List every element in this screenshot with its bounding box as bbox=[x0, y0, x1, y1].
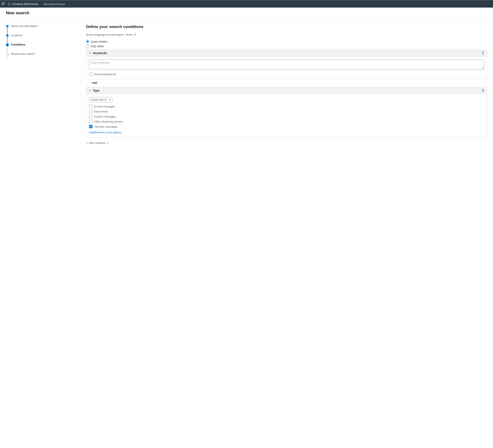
query-language-prefix: Query language-country/region: bbox=[86, 33, 124, 36]
org-brand[interactable]: Contoso Electronics bbox=[8, 2, 39, 6]
checkbox-icon bbox=[89, 125, 92, 128]
svg-point-2 bbox=[8, 4, 9, 5]
step-label: Locations bbox=[11, 34, 23, 37]
step-label: Review your search bbox=[11, 52, 35, 56]
main-content: Define your search conditions Query lang… bbox=[80, 19, 493, 448]
checkbox-icon bbox=[89, 110, 92, 113]
type-panel-title: Type bbox=[93, 89, 100, 92]
page-title-row: New search bbox=[0, 8, 493, 19]
plus-icon: + bbox=[86, 142, 88, 145]
wizard-sidebar: Name and description Locations Condition… bbox=[0, 19, 80, 448]
keywords-panel: Keywords Show keyword list bbox=[86, 49, 487, 79]
step-review[interactable]: Review your search bbox=[6, 52, 76, 62]
app-launcher-icon[interactable] bbox=[2, 2, 5, 6]
type-option-documents[interactable]: Documents bbox=[89, 110, 484, 113]
type-operator-value: Equals any of bbox=[91, 98, 106, 101]
checkbox-label: Show keyword list bbox=[94, 73, 116, 76]
radio-label: KQL editor bbox=[91, 45, 104, 48]
main-heading: Define your search conditions bbox=[86, 24, 487, 29]
step-label: Conditions bbox=[11, 43, 25, 46]
step-dot-icon bbox=[6, 53, 9, 56]
type-option-email[interactable]: E-mail messages bbox=[89, 105, 484, 108]
radio-icon bbox=[86, 45, 89, 48]
type-panel: Type Equals any of E-mail messages bbox=[86, 87, 487, 137]
product-name: Microsoft Purview bbox=[44, 2, 65, 6]
keywords-panel-header: Keywords bbox=[86, 50, 487, 57]
query-language-value: None bbox=[126, 33, 132, 36]
type-option-yammer[interactable]: Yammer messages bbox=[89, 125, 484, 128]
page-title: New search bbox=[6, 11, 487, 15]
add-remove-options-link[interactable]: Add/Remove more options bbox=[89, 131, 122, 134]
svg-point-3 bbox=[10, 4, 11, 5]
org-name: Contoso Electronics bbox=[12, 2, 39, 6]
show-keyword-list-checkbox[interactable]: Show keyword list bbox=[89, 72, 484, 76]
collapse-icon[interactable] bbox=[89, 89, 91, 92]
radio-query-builder[interactable]: Query builder bbox=[86, 40, 487, 43]
checkbox-icon bbox=[89, 72, 92, 76]
step-label: Name and description bbox=[11, 24, 37, 28]
stepper: Name and description Locations Condition… bbox=[6, 24, 76, 62]
add-condition-label: Add condition bbox=[89, 141, 106, 145]
checkbox-label: Office Roaming Service bbox=[94, 120, 123, 123]
step-dot-icon bbox=[6, 34, 9, 37]
delete-type-icon[interactable] bbox=[482, 89, 484, 92]
checkbox-label: Yammer messages bbox=[94, 125, 118, 128]
org-logo-icon bbox=[8, 2, 11, 6]
checkbox-icon bbox=[89, 120, 92, 123]
checkbox-label: Documents bbox=[94, 110, 108, 113]
checkbox-icon bbox=[89, 105, 92, 108]
condition-joiner: AND bbox=[86, 79, 487, 87]
keywords-panel-title: Keywords bbox=[93, 51, 107, 55]
radio-kql-editor[interactable]: KQL editor bbox=[86, 45, 487, 48]
delete-keywords-icon[interactable] bbox=[482, 51, 484, 55]
checkbox-label: Instant messages bbox=[94, 115, 116, 118]
svg-point-1 bbox=[10, 3, 11, 4]
edit-language-icon[interactable] bbox=[134, 33, 136, 36]
step-conditions[interactable]: Conditions bbox=[6, 43, 76, 52]
type-option-office-roaming[interactable]: Office Roaming Service bbox=[89, 120, 484, 123]
keywords-input[interactable] bbox=[89, 60, 484, 69]
radio-label: Query builder bbox=[91, 40, 107, 43]
type-options: E-mail messages Documents Instant messag… bbox=[89, 105, 484, 128]
type-operator-select[interactable]: Equals any of bbox=[89, 97, 112, 102]
query-language-line: Query language-country/region: None bbox=[86, 33, 487, 36]
step-dot-icon bbox=[6, 25, 9, 28]
collapse-icon[interactable] bbox=[89, 52, 91, 54]
checkbox-label: E-mail messages bbox=[94, 105, 115, 108]
chevron-down-icon bbox=[107, 142, 109, 144]
step-dot-icon bbox=[6, 43, 9, 46]
top-bar: Contoso Electronics Microsoft Purview bbox=[0, 0, 493, 8]
svg-point-0 bbox=[8, 3, 9, 4]
checkbox-icon bbox=[89, 115, 92, 118]
add-condition-button[interactable]: + Add condition bbox=[86, 141, 487, 145]
type-option-instant-messages[interactable]: Instant messages bbox=[89, 115, 484, 118]
radio-icon bbox=[86, 40, 89, 43]
step-locations[interactable]: Locations bbox=[6, 34, 76, 43]
step-name-description[interactable]: Name and description bbox=[6, 24, 76, 34]
type-panel-header: Type bbox=[86, 87, 487, 94]
